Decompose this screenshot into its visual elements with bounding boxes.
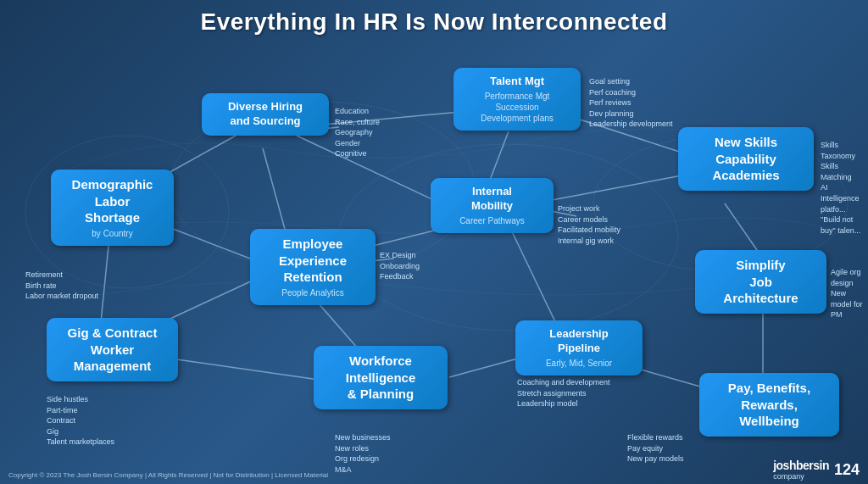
employee-exp-note: EX DesignOnboardingFeedback (380, 250, 420, 282)
talent-mgt-node: Talent Mgt Performance MgtSuccessionDeve… (453, 68, 581, 131)
page-number: 124 (834, 461, 860, 479)
demographic-node: DemographicLaborShortage by Country (51, 170, 174, 246)
internal-mobility-subtitle: Career Pathways (439, 215, 545, 226)
internal-mobility-title: InternalMobility (439, 185, 545, 214)
gig-contract-node: Gig & ContractWorkerManagement (47, 318, 178, 381)
demographic-title: DemographicLaborShortage (59, 176, 165, 226)
employee-exp-title: EmployeeExperienceRetention (259, 236, 367, 286)
simplify-job-title: SimplifyJobArchitecture (704, 257, 818, 307)
internal-mobility-node: InternalMobility Career Pathways (431, 178, 554, 233)
leadership-note: Coaching and developmentStretch assignme… (517, 377, 610, 409)
demographic-subtitle: by Country (59, 228, 165, 239)
new-skills-note: Skills TaxonomySkills MatchingAI Intelli… (821, 140, 863, 236)
leadership-pipeline-subtitle: Early, Mid, Senior (524, 358, 634, 369)
internal-mobility-note: Project workCareer modelsFacilitated mob… (558, 203, 620, 246)
employee-exp-subtitle: People Analytics (259, 287, 367, 298)
talent-mgt-subtitle: Performance MgtSuccessionDevelopment pla… (462, 91, 572, 124)
employee-exp-node: EmployeeExperienceRetention People Analy… (250, 229, 376, 305)
page-title: Everything In HR Is Now Interconnected (0, 8, 868, 36)
talent-mgt-title: Talent Mgt (462, 75, 572, 89)
workforce-intel-node: WorkforceIntelligence& Planning (314, 346, 448, 409)
leadership-pipeline-node: LeadershipPipeline Early, Mid, Senior (515, 320, 643, 376)
pay-benefits-title: Pay, Benefits,Rewards,Wellbeing (708, 380, 831, 430)
workforce-intel-title: WorkforceIntelligence& Planning (322, 353, 439, 403)
gig-contract-title: Gig & ContractWorkerManagement (55, 325, 170, 375)
pay-benefits-note: Flexible rewardsPay equityNew pay models (627, 432, 684, 465)
simplify-job-node: SimplifyJobArchitecture (695, 250, 826, 314)
workforce-intel-note: New businessesNew rolesOrg redesignM&A (335, 432, 391, 475)
leadership-pipeline-title: LeadershipPipeline (524, 327, 634, 356)
logo-sub: company (773, 472, 829, 481)
new-skills-title: New SkillsCapabilityAcademies (687, 134, 805, 184)
logo-area: joshbersin company 124 (773, 459, 860, 481)
demographic-note: RetirementBirth rateLabor market dropout (25, 270, 98, 302)
diverse-hiring-title: Diverse Hiringand Sourcing (210, 100, 320, 129)
logo-text: joshbersin (773, 459, 829, 472)
new-skills-node: New SkillsCapabilityAcademies (678, 127, 814, 191)
diverse-hiring-node: Diverse Hiringand Sourcing (202, 93, 329, 136)
svg-point-2 (339, 144, 678, 331)
talent-mgt-note: Goal settingPerf coachingPerf reviewsDev… (589, 76, 673, 130)
simplify-job-note: Agile org designNew model for PM (831, 267, 865, 320)
footer-copyright: Copyright © 2023 The Josh Bersin Company… (8, 471, 328, 479)
diverse-hiring-note: EducationRace, cultureGeographyGenderCog… (335, 106, 380, 159)
pay-benefits-node: Pay, Benefits,Rewards,Wellbeing (699, 373, 839, 437)
gig-note: Side hustlesPart-timeContractGigTalent m… (47, 394, 114, 448)
